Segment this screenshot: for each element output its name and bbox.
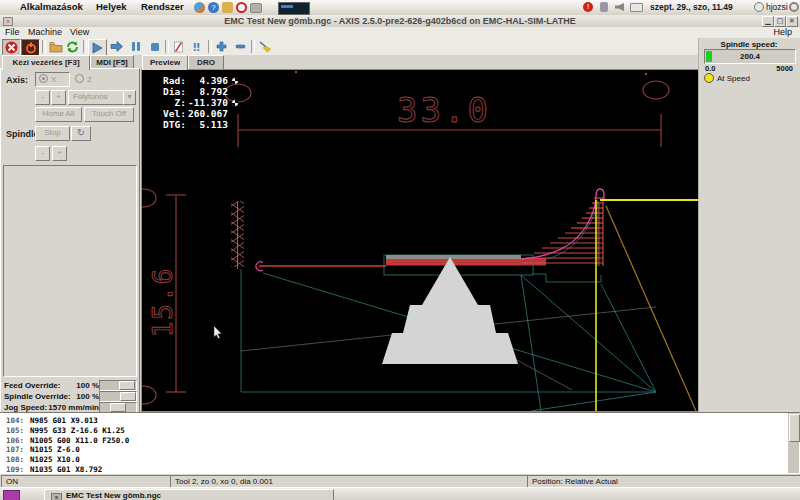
gcode-line[interactable]: 104:N985 G01 X9.013 [0,415,106,425]
stop-button[interactable] [146,39,163,54]
axis-z-radio[interactable]: Z [75,74,92,84]
toolbar-separator [251,40,255,53]
unhomed-icon [232,100,238,106]
window-list-thumbnail[interactable] [278,2,310,15]
volume-icon[interactable] [615,3,624,11]
estop-icon [5,41,18,54]
open-file-button[interactable] [47,39,64,54]
dimension-height-text: 15.6 [148,267,178,338]
zoom-out-icon [235,44,246,49]
clock[interactable]: szept. 29., szo, 11.49 [650,2,733,12]
help-icon[interactable]: ? [208,2,219,13]
svg-text:Vel:: Vel: [163,108,186,119]
spindle-minus-button[interactable]: - [35,146,50,161]
radio-icon [39,74,48,83]
svg-text:8.792: 8.792 [199,86,228,97]
gcode-scrollbar[interactable] [788,413,799,473]
jog-minus-button[interactable]: - [35,90,50,105]
gcode-line[interactable]: 108:N1025 X10.0 [0,454,88,464]
bluetooth-icon[interactable] [600,2,608,12]
axis-label: Axis: [6,75,28,85]
minimize-button[interactable]: ▁ [762,16,774,27]
spindle-override-slider[interactable] [99,391,137,402]
spindle-speed-max: 5000 [776,64,793,73]
menu-system[interactable]: Rendszer [141,1,184,12]
firefox-icon[interactable] [194,2,205,13]
svg-text:5.113: 5.113 [199,119,228,130]
preview-plot[interactable]: 33.0 15.6 [141,69,699,412]
gcode-line[interactable]: 109:N1035 G01 X8.792 [0,464,110,474]
reload-button[interactable] [64,39,81,54]
spindle-override-label: Spindle Override: [4,392,71,401]
home-all-button[interactable]: Home All [35,107,82,122]
spindle-plus-button[interactable]: + [52,146,67,161]
jog-speed-row: Jog Speed: 1570 mm/min [1,402,139,412]
feed-override-slider[interactable] [99,380,137,391]
power-icon [25,42,37,54]
tab-mdi[interactable]: MDI [F5] [90,55,134,69]
zoom-in-button[interactable] [213,39,230,54]
zoom-out-button[interactable] [232,39,249,54]
menu-view[interactable]: View [70,27,89,37]
svg-text:Rad:: Rad: [163,75,186,86]
tab-preview[interactable]: Preview [142,55,188,70]
menu-file[interactable]: File [5,27,20,37]
user-name[interactable]: hjozsi [766,2,788,12]
menu-applications[interactable]: Alkalmazások [20,1,83,12]
screen: Alkalmazások Helyek Rendszer ? ! szept. … [0,0,800,500]
clear-plot-button[interactable] [256,39,273,54]
skip-lines-icon [173,41,184,53]
gcode-listing[interactable]: 104:N985 G01 X9.013 105:N995 G33 Z-16.6 … [0,412,800,475]
tab-dro[interactable]: DRO [188,55,224,69]
skip-lines-button[interactable] [170,39,187,54]
step-button[interactable] [108,39,125,54]
screenshot-icon[interactable] [250,3,262,13]
at-speed-indicator: At Speed [704,73,750,83]
svg-text:‼: ‼ [193,41,200,53]
gcode-line[interactable]: 106:N1005 G00 X11.0 F250.0 [0,435,137,445]
gcode-line[interactable]: 107:N1015 Z-6.0 [0,444,88,454]
update-icon[interactable] [236,2,247,13]
user-icon[interactable] [754,2,764,12]
axis-x-radio[interactable]: X [35,72,70,87]
spindle-reverse-icon[interactable]: ↻ [71,126,91,141]
menu-machine[interactable]: Machine [28,27,62,37]
gcode-scrollbar-thumb[interactable] [789,414,800,442]
broom-icon [258,40,272,53]
manual-control-panel: Kézi vezérlés [F3] MDI [F5] Axis: X Z - … [0,55,140,412]
close-button[interactable]: ✕ [786,16,798,27]
svg-text:4.396: 4.396 [199,75,228,86]
window-title: EMC Test New gömb.ngc - AXIS 2.5.0-pre2-… [0,16,800,26]
menu-help[interactable]: Help [773,27,792,37]
estop-button[interactable] [2,39,21,56]
alert-icon[interactable]: ! [583,2,593,12]
workspace-switcher[interactable] [3,490,20,500]
run-button[interactable] [88,39,107,56]
tab-manual-control[interactable]: Kézi vezérlés [F3] [2,55,90,70]
at-speed-led [704,73,714,83]
touch-off-button[interactable]: Touch Off [84,107,134,122]
users-icon[interactable] [222,2,233,13]
jog-empty-area [3,165,137,377]
desktop-panel: Alkalmazások Helyek Rendszer ? ! szept. … [0,0,800,16]
spindle-speed-panel: Spindle speed: 200.4 0.0 5000 At Speed [698,38,800,412]
taskbar: xEMC Test New gömb.ngc [0,487,800,500]
gcode-line[interactable]: 105:N995 G33 Z-16.6 K1.25 [0,425,133,435]
maximize-button[interactable]: ▢ [774,16,786,27]
jog-plus-button[interactable]: + [51,90,66,105]
jog-mode-select[interactable]: Folytonos [68,90,124,105]
shutdown-icon[interactable] [789,2,799,12]
machine-power-button[interactable] [21,39,40,56]
spindle-stop-button[interactable]: Stop [35,126,70,141]
stop-icon [150,42,160,52]
pause-button[interactable] [127,39,144,54]
jog-mode-dropdown-icon[interactable]: ▾ [123,90,136,105]
optional-stop-button[interactable]: ‼ [189,39,206,54]
svg-text:Z:: Z: [175,97,186,108]
preview-tabbar: Preview DRO [141,55,698,69]
menu-places[interactable]: Helyek [96,1,127,12]
feed-override-value: 100 % [76,381,99,390]
lathe-backplot: 33.0 15.6 [142,70,698,411]
mail-icon[interactable] [630,3,643,12]
task-button[interactable]: xEMC Test New gömb.ngc [44,489,334,500]
